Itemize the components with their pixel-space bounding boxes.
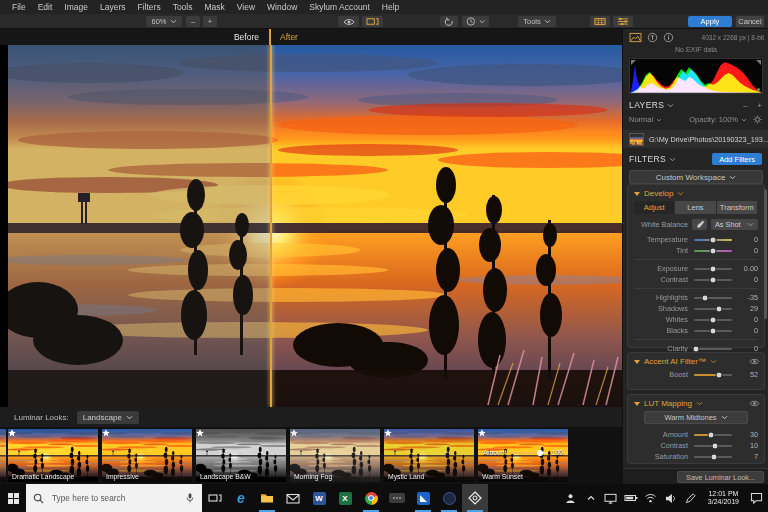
word-taskbar-button[interactable]: W: [306, 484, 332, 512]
menu-view[interactable]: View: [237, 2, 255, 12]
preset-mystic-land[interactable]: Mystic Land: [384, 429, 474, 482]
search-input[interactable]: [50, 492, 179, 504]
luminar-taskbar-button[interactable]: [462, 484, 488, 512]
file-explorer-taskbar-button[interactable]: [254, 484, 280, 512]
preset-amount-slider[interactable]: Amount 100: [483, 449, 563, 456]
zoom-in-button[interactable]: +: [203, 16, 217, 27]
toggle-side-panel-button[interactable]: [613, 16, 633, 27]
gear-icon[interactable]: [753, 115, 762, 124]
tab-transform[interactable]: Transform: [717, 201, 758, 214]
menu-help[interactable]: Help: [382, 2, 399, 12]
battery-button[interactable]: [623, 493, 639, 503]
add-filters-button[interactable]: Add Filters: [712, 153, 762, 165]
collapse-triangle-icon[interactable]: [634, 402, 640, 406]
lut-preset-dropdown[interactable]: Warm Midtones: [644, 411, 748, 424]
taskbar-search[interactable]: [26, 484, 202, 512]
favorite-star-icon[interactable]: [290, 429, 298, 437]
share-icon[interactable]: [647, 32, 658, 43]
white-balance-dropdown[interactable]: As Shot: [711, 219, 758, 230]
panel-scrollbar[interactable]: [764, 189, 767, 319]
preset-warm-sunset-selected[interactable]: Amount 100 Warm Sunset: [478, 429, 568, 482]
excel-taskbar-button[interactable]: X: [332, 484, 358, 512]
undo-button[interactable]: [440, 16, 458, 27]
menu-filters[interactable]: Filters: [138, 2, 161, 12]
paint3d-taskbar-button[interactable]: [410, 484, 436, 512]
blend-mode-dropdown[interactable]: Normal: [629, 115, 653, 124]
tab-adjust[interactable]: Adjust: [634, 201, 675, 214]
microphone-icon[interactable]: [185, 492, 195, 504]
save-luminar-look-button[interactable]: Save Luminar Look...: [677, 471, 764, 483]
preset-morning-fog[interactable]: Morning Fog: [290, 429, 380, 482]
quick-preview-button[interactable]: [338, 16, 359, 27]
clarity-slider[interactable]: [694, 348, 732, 350]
collapse-triangle-icon[interactable]: [634, 360, 640, 364]
lut-contrast-slider[interactable]: [694, 445, 732, 447]
opacity-dropdown[interactable]: Opacity: 100%: [689, 115, 738, 124]
custom-workspace-dropdown[interactable]: Custom Workspace: [629, 170, 763, 184]
looks-category-dropdown[interactable]: Landscape: [77, 411, 139, 424]
apply-button[interactable]: Apply: [688, 16, 732, 27]
zoom-out-button[interactable]: –: [186, 16, 200, 27]
photo-canvas[interactable]: [8, 45, 622, 407]
blacks-slider[interactable]: [694, 330, 732, 332]
menu-image[interactable]: Image: [64, 2, 88, 12]
shadows-slider[interactable]: [694, 308, 732, 310]
info-icon[interactable]: [663, 32, 674, 43]
histogram[interactable]: [629, 58, 763, 94]
clock[interactable]: 12:01 PM 3/24/2019: [703, 490, 744, 507]
zoom-level-dropdown[interactable]: 60%: [146, 16, 182, 27]
favorite-star-icon[interactable]: [8, 429, 16, 437]
people-button[interactable]: [563, 493, 579, 504]
network-button[interactable]: [643, 493, 659, 503]
remove-layer-button[interactable]: –: [743, 101, 747, 110]
compare-split-line[interactable]: [270, 45, 272, 407]
chevron-down-icon[interactable]: [710, 359, 717, 364]
lut-saturation-slider[interactable]: [694, 456, 732, 458]
collapse-triangle-icon[interactable]: [634, 192, 640, 196]
exposure-slider[interactable]: [694, 268, 732, 270]
preset-landscape-bw[interactable]: Landscape B&W: [196, 429, 286, 482]
favorite-star-icon[interactable]: [102, 429, 110, 437]
windows-ink-button[interactable]: [683, 493, 699, 504]
tint-slider[interactable]: [694, 250, 732, 252]
chrome-taskbar-button[interactable]: [358, 484, 384, 512]
white-balance-eyedropper-button[interactable]: [692, 219, 707, 230]
display-connect-button[interactable]: [603, 493, 619, 504]
boost-slider[interactable]: [694, 374, 732, 376]
menu-layers[interactable]: Layers: [100, 2, 126, 12]
filter-visibility-eye-icon[interactable]: [749, 399, 760, 408]
toggle-looks-panel-button[interactable]: [590, 16, 610, 27]
layer-item[interactable]: G:\My Drive\Photos\20190323_193...: [623, 130, 768, 148]
volume-button[interactable]: [663, 493, 679, 504]
add-layer-button[interactable]: +: [757, 101, 762, 110]
tools-dropdown[interactable]: Tools: [518, 16, 556, 27]
menu-edit[interactable]: Edit: [38, 2, 53, 12]
menu-skylum-account[interactable]: Skylum Account: [309, 2, 369, 12]
menu-tools[interactable]: Tools: [173, 2, 193, 12]
chevron-down-icon[interactable]: [669, 157, 676, 162]
preset-impressive[interactable]: Impressive: [102, 429, 192, 482]
history-button[interactable]: [462, 16, 489, 27]
menu-window[interactable]: Window: [267, 2, 297, 12]
preset-dramatic-landscape[interactable]: Dramatic Landscape: [8, 429, 98, 482]
gimp-taskbar-button[interactable]: [384, 484, 410, 512]
photo-app-taskbar-button[interactable]: [436, 484, 462, 512]
favorite-star-icon[interactable]: [384, 429, 392, 437]
compare-divider-handle[interactable]: [269, 29, 271, 45]
edge-taskbar-button[interactable]: e: [228, 484, 254, 512]
tray-expand-button[interactable]: [583, 495, 599, 501]
tab-lens[interactable]: Lens: [675, 201, 716, 214]
menu-file[interactable]: File: [12, 2, 26, 12]
highlight-clipping-indicator[interactable]: [756, 60, 761, 65]
temperature-slider[interactable]: [694, 239, 732, 241]
shadow-clipping-indicator[interactable]: [631, 60, 636, 65]
chevron-down-icon[interactable]: [677, 191, 684, 196]
contrast-slider[interactable]: [694, 279, 732, 281]
compare-button[interactable]: [362, 16, 383, 27]
favorite-star-icon[interactable]: [478, 429, 486, 437]
menu-mask[interactable]: Mask: [204, 2, 224, 12]
filter-visibility-eye-icon[interactable]: [749, 357, 760, 366]
histogram-toggle-icon[interactable]: [629, 32, 642, 43]
highlights-slider[interactable]: [694, 297, 732, 299]
preset-thumbnail-partial[interactable]: [0, 429, 6, 482]
